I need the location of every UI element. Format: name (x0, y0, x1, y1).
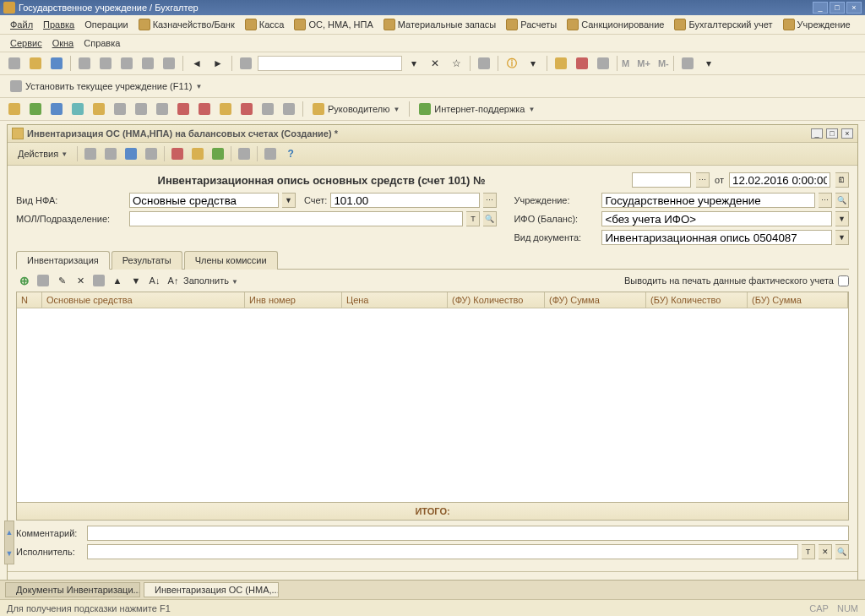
table-button[interactable] (594, 55, 612, 72)
vid-doc-dropdown[interactable]: ▼ (835, 230, 849, 245)
menu-sanction[interactable]: Санкционирование (562, 17, 669, 32)
calendar-button[interactable] (573, 55, 591, 72)
star-button[interactable]: ☆ (447, 55, 465, 72)
cut-button[interactable] (75, 55, 94, 72)
tb3-9[interactable] (174, 101, 193, 117)
open-button[interactable] (26, 55, 45, 72)
mol-search-button[interactable]: 🔍 (483, 211, 497, 226)
close-button[interactable]: × (846, 2, 862, 14)
data-grid[interactable]: N Основные средства Инв номер Цена (ФУ) … (16, 292, 849, 503)
col-inv[interactable]: Инв номер (245, 292, 342, 308)
minimize-button[interactable]: _ (813, 2, 828, 14)
col-by-sum[interactable]: (БУ) Сумма (748, 292, 848, 308)
doc-number-input[interactable] (632, 172, 691, 188)
col-fy-qty[interactable]: (ФУ) Количество (448, 292, 545, 308)
schet-lookup[interactable]: ⋯ (483, 193, 497, 208)
mol-t-button[interactable]: T (466, 211, 480, 226)
menu-service[interactable]: Сервис (5, 36, 47, 50)
schet-input[interactable] (330, 193, 480, 208)
dt-3[interactable] (122, 145, 140, 162)
grid-add-button[interactable]: ⊕ (16, 273, 33, 288)
nav1-button[interactable]: ▾ (405, 55, 423, 72)
exec-clear-button[interactable]: ✕ (819, 544, 832, 559)
grid-delete-button[interactable]: ✕ (72, 273, 89, 288)
tools-button[interactable] (678, 55, 697, 72)
vid-nfa-dropdown[interactable]: ▼ (282, 193, 296, 208)
address-input[interactable] (258, 56, 402, 71)
col-by-qty[interactable]: (БУ) Количество (646, 292, 748, 308)
info-dd[interactable]: ▾ (524, 55, 542, 72)
dt-9[interactable] (261, 145, 280, 162)
menu-os[interactable]: ОС, НМА, НПА (289, 17, 378, 32)
calc-button[interactable] (552, 55, 570, 72)
menu-help[interactable]: Справка (79, 36, 125, 50)
doc-maximize-button[interactable]: □ (826, 128, 838, 139)
close-doc-button[interactable]: ✕ (426, 55, 444, 72)
menu-kassa[interactable]: Касса (240, 17, 290, 32)
tab-commission[interactable]: Члены комиссии (184, 251, 278, 270)
support-button[interactable]: Интернет-поддержка ▼ (414, 101, 540, 117)
menu-institution[interactable]: Учреждение (778, 17, 856, 32)
grid-edit-button[interactable]: ✎ (53, 273, 70, 288)
num-lookup-button[interactable]: ⋯ (696, 172, 710, 188)
dt-8[interactable] (235, 145, 253, 162)
tb3-1[interactable] (5, 101, 24, 117)
paste-button[interactable] (117, 55, 136, 72)
vid-doc-input[interactable] (601, 230, 832, 245)
dt-5[interactable] (168, 145, 187, 162)
doc-minimize-button[interactable]: _ (811, 128, 823, 139)
date-picker-button[interactable]: 🗓 (835, 172, 849, 188)
ifo-dropdown[interactable]: ▼ (835, 211, 849, 226)
menu-file[interactable]: Файл (5, 18, 38, 31)
actions-button[interactable]: Действия ▼ (12, 146, 73, 161)
tab-inventory[interactable]: Инвентаризация (16, 251, 110, 270)
menu-accounting[interactable]: Бухгалтерский учет (669, 17, 777, 32)
doc-close-button[interactable]: × (841, 128, 853, 139)
tb3-13[interactable] (258, 101, 277, 117)
col-n[interactable]: N (17, 292, 42, 308)
menu-calc[interactable]: Расчеты (501, 17, 562, 32)
print-check-checkbox[interactable] (838, 275, 849, 286)
dt-4[interactable] (142, 145, 160, 162)
tb3-12[interactable] (237, 101, 256, 117)
menu-materials[interactable]: Материальные запасы (378, 17, 502, 32)
grid-sort1-button[interactable]: A↓ (146, 273, 163, 288)
forward-button[interactable]: ► (209, 55, 227, 72)
col-price[interactable]: Цена (342, 292, 448, 308)
grid-up-button[interactable]: ▲ (109, 273, 126, 288)
save-button[interactable] (47, 55, 66, 72)
institution-search[interactable]: 🔍 (835, 193, 849, 208)
set-institution-button[interactable]: Установить текущее учреждение (F11) ▼ (5, 78, 207, 95)
grid-sort2-button[interactable]: A↑ (165, 273, 182, 288)
col-fy-sum[interactable]: (ФУ) Сумма (545, 292, 646, 308)
dt-1[interactable] (81, 145, 100, 162)
executor-input[interactable] (87, 544, 798, 559)
menu-treasury[interactable]: Казначейство/Банк (133, 17, 240, 32)
back-button[interactable]: ◄ (188, 55, 206, 72)
exec-search-button[interactable]: 🔍 (835, 544, 849, 559)
info-button[interactable]: ⓘ (503, 55, 521, 72)
tb3-4[interactable] (68, 101, 87, 117)
ifo-input[interactable] (601, 211, 832, 226)
dt-2[interactable] (101, 145, 120, 162)
grid-settings-button[interactable] (90, 273, 107, 288)
search-button[interactable] (237, 55, 255, 72)
manager-button[interactable]: Руководителю ▼ (307, 101, 405, 117)
comment-input[interactable] (87, 526, 849, 541)
doc-date-input[interactable] (729, 172, 830, 188)
tb3-5[interactable] (90, 101, 108, 117)
vid-nfa-select[interactable] (129, 193, 279, 208)
grid-copy-button[interactable] (35, 273, 52, 288)
maximize-button[interactable]: □ (830, 2, 845, 14)
grid-down-button[interactable]: ▼ (128, 273, 144, 288)
institution-lookup[interactable]: ⋯ (819, 193, 832, 208)
dt-7[interactable] (209, 145, 227, 162)
tb3-3[interactable] (47, 101, 66, 117)
menu-edit[interactable]: Правка (38, 18, 79, 31)
tb3-6[interactable] (111, 101, 129, 117)
dt-help[interactable]: ? (281, 145, 300, 162)
menu-windows[interactable]: Окна (47, 36, 79, 50)
tools-dd[interactable]: ▾ (699, 55, 718, 72)
tab-results[interactable]: Результаты (112, 251, 182, 270)
col-os[interactable]: Основные средства (42, 292, 245, 308)
